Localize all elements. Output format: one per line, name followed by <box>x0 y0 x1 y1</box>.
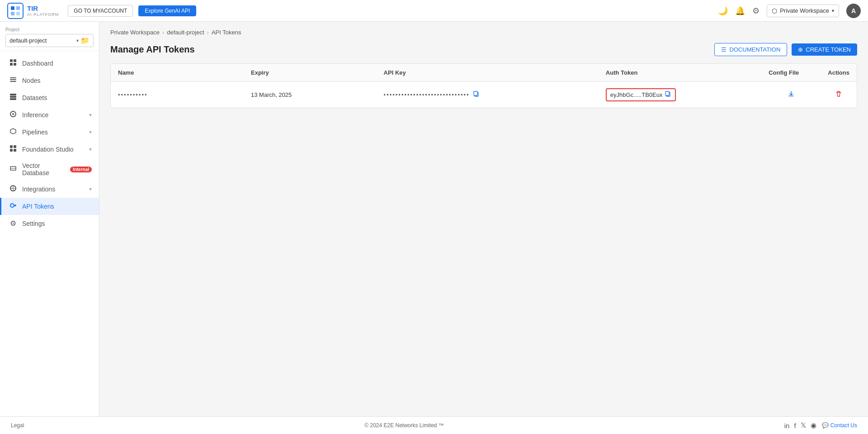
logo-text-area: TIR AI PLATFORM <box>27 5 59 17</box>
svg-rect-17 <box>10 145 13 148</box>
svg-rect-12 <box>10 96 16 98</box>
social-links: in f 𝕏 ◉ <box>784 421 816 429</box>
sidebar-item-nodes[interactable]: Nodes <box>0 72 99 89</box>
inference-icon <box>9 110 18 119</box>
integrations-icon <box>9 185 18 194</box>
app-layout: Project default-project ▾ 📁 Dashboard No… <box>0 22 868 434</box>
table-body: •••••••••• 13 March, 2025 ••••••••••••••… <box>111 82 857 108</box>
documentation-label: DOCUMENTATION <box>729 46 780 53</box>
pipelines-icon <box>9 128 18 137</box>
sidebar-item-settings[interactable]: ⚙ Settings <box>0 215 99 232</box>
logo-area: TIR AI PLATFORM <box>7 3 59 19</box>
breadcrumb-project[interactable]: default-project <box>167 29 204 36</box>
sidebar-item-integrations[interactable]: Integrations ▾ <box>0 181 99 198</box>
sidebar-label-inference: Inference <box>22 111 85 119</box>
sidebar-item-dashboard[interactable]: Dashboard <box>0 55 99 72</box>
contact-icon: 💬 <box>822 422 829 429</box>
twitter-icon[interactable]: 𝕏 <box>801 421 806 429</box>
documentation-button[interactable]: ☰ DOCUMENTATION <box>714 43 787 56</box>
logo-tir: TIR <box>27 5 59 12</box>
dashboard-icon <box>9 59 18 68</box>
workspace-label: Private Workspace <box>780 7 829 14</box>
dark-mode-icon[interactable]: 🌙 <box>718 6 728 16</box>
create-token-label: CREATE TOKEN <box>806 46 851 53</box>
avatar[interactable]: A <box>846 4 861 18</box>
sidebar-nav: Dashboard Nodes Datasets Inference ▾ <box>0 51 99 421</box>
token-actions-cell <box>821 82 857 108</box>
breadcrumb-workspace[interactable]: Private Workspace <box>110 29 160 36</box>
foundation-studio-icon <box>9 145 18 154</box>
pipelines-chevron: ▾ <box>89 129 92 135</box>
page-header: Manage API Tokens ☰ DOCUMENTATION ⊕ CREA… <box>99 39 868 63</box>
vector-db-badge: Internal <box>70 167 92 172</box>
auth-token-value: eyJhbGc.....TB0Eux <box>610 91 663 98</box>
settings-nav-icon: ⚙ <box>9 219 18 228</box>
project-select-chevron: ▾ <box>76 38 79 43</box>
sidebar-label-datasets: Datasets <box>22 94 92 101</box>
token-apikey-cell: ••••••••••••••••••••••••••••• <box>377 82 599 108</box>
sidebar: Project default-project ▾ 📁 Dashboard No… <box>0 22 99 434</box>
token-delete-icon[interactable] <box>835 91 842 99</box>
datasets-icon <box>9 93 18 102</box>
sidebar-item-foundation-studio[interactable]: Foundation Studio ▾ <box>0 141 99 158</box>
token-name-dots: •••••••••• <box>118 91 148 98</box>
sidebar-item-pipelines[interactable]: Pipelines ▾ <box>0 124 99 141</box>
svg-point-15 <box>12 113 14 115</box>
integrations-chevron: ▾ <box>89 186 92 192</box>
svg-rect-10 <box>10 81 16 82</box>
footer: Legal © 2024 E2E Networks Limited ™ in f… <box>0 416 868 434</box>
explore-genai-button[interactable]: Explore GenAI API <box>138 5 196 16</box>
svg-rect-7 <box>14 63 16 66</box>
svg-marker-16 <box>10 129 16 134</box>
token-expiry-cell: 13 March, 2025 <box>244 82 377 108</box>
token-name-cell: •••••••••• <box>111 82 244 108</box>
sidebar-item-vector-database[interactable]: Vector Database Internal <box>0 158 99 181</box>
go-myaccount-button[interactable]: GO TO MYACCOUNT <box>68 5 133 17</box>
sidebar-item-inference[interactable]: Inference ▾ <box>0 106 99 124</box>
apikey-dots: ••••••••••••••••••••••••••••• <box>384 91 470 98</box>
auth-token-highlighted: eyJhbGc.....TB0Eux <box>606 88 676 101</box>
project-label: Project <box>5 27 94 32</box>
linkedin-icon[interactable]: in <box>784 422 790 429</box>
authtoken-copy-icon[interactable] <box>665 91 671 99</box>
svg-rect-18 <box>14 145 16 148</box>
col-header-name: Name <box>111 64 244 82</box>
logo-box <box>7 3 24 19</box>
sidebar-item-datasets[interactable]: Datasets <box>0 89 99 106</box>
svg-rect-5 <box>14 59 16 62</box>
table-header: Name Expiry API Key Auth Token Config Fi… <box>111 64 857 82</box>
svg-rect-9 <box>10 79 16 80</box>
workspace-chevron: ▾ <box>832 8 834 13</box>
apikey-copy-icon[interactable] <box>473 91 480 99</box>
project-select-dropdown[interactable]: default-project ▾ 📁 <box>5 34 94 47</box>
svg-rect-6 <box>10 63 13 66</box>
facebook-icon[interactable]: f <box>794 422 796 429</box>
header-icons: 🌙 🔔 ⚙ ⬡ Private Workspace ▾ A <box>718 4 861 18</box>
settings-icon[interactable]: ⚙ <box>752 6 760 16</box>
col-header-expiry: Expiry <box>244 64 377 82</box>
vector-database-icon <box>9 165 18 174</box>
contact-us-link[interactable]: 💬 Contact Us <box>822 422 857 429</box>
svg-rect-31 <box>665 91 669 95</box>
sidebar-label-vector-database: Vector Database <box>22 162 66 176</box>
svg-rect-4 <box>10 59 13 62</box>
svg-rect-13 <box>10 98 16 100</box>
tokens-table-container: Name Expiry API Key Auth Token Config Fi… <box>110 63 857 108</box>
create-token-button[interactable]: ⊕ CREATE TOKEN <box>792 43 857 56</box>
rss-icon[interactable]: ◉ <box>811 421 816 429</box>
notifications-icon[interactable]: 🔔 <box>735 6 745 16</box>
project-name: default-project <box>9 37 75 44</box>
sidebar-item-api-tokens[interactable]: API Tokens <box>0 198 99 215</box>
page-title: Manage API Tokens <box>110 44 714 55</box>
breadcrumb: Private Workspace › default-project › AP… <box>99 22 868 39</box>
inference-chevron: ▾ <box>89 112 92 118</box>
sidebar-label-nodes: Nodes <box>22 77 92 84</box>
workspace-button[interactable]: ⬡ Private Workspace ▾ <box>767 5 839 17</box>
footer-legal[interactable]: Legal <box>11 422 24 429</box>
project-folder-icon[interactable]: 📁 <box>80 36 90 45</box>
svg-rect-0 <box>11 6 14 10</box>
table-row: •••••••••• 13 March, 2025 ••••••••••••••… <box>111 82 857 108</box>
configfile-download-icon[interactable] <box>788 91 795 99</box>
col-header-apikey: API Key <box>377 64 599 82</box>
project-selector: Project default-project ▾ 📁 <box>0 22 99 51</box>
